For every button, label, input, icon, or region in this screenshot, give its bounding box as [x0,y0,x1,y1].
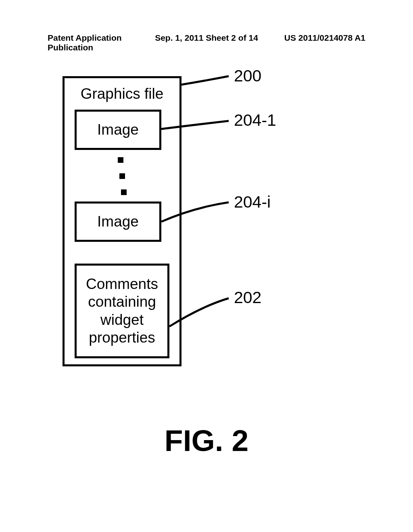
image-box-i: Image [75,202,161,242]
header-center: Sep. 1, 2011 Sheet 2 of 14 [154,33,260,52]
ref-204-1: 204-1 [234,111,276,130]
page: Patent Application Publication Sep. 1, 2… [0,0,413,532]
ref-202: 202 [234,288,261,307]
figure-caption: FIG. 2 [0,423,413,458]
comments-box: Comments containing widget properties [75,264,169,358]
page-header: Patent Application Publication Sep. 1, 2… [48,33,365,52]
graphics-file-title: Graphics file [65,85,179,102]
ellipsis-dots [112,153,128,197]
image-box-1: Image [75,110,161,150]
image-box-i-label: Image [97,213,139,231]
header-left: Patent Application Publication [48,33,154,52]
graphics-file-box: Graphics file Image Image Comments conta… [63,76,181,366]
comments-box-label: Comments containing widget properties [77,275,167,347]
image-box-1-label: Image [97,121,139,139]
header-right: US 2011/0214078 A1 [259,33,365,52]
ref-200: 200 [234,66,261,85]
ref-204-i: 204-i [234,193,271,212]
